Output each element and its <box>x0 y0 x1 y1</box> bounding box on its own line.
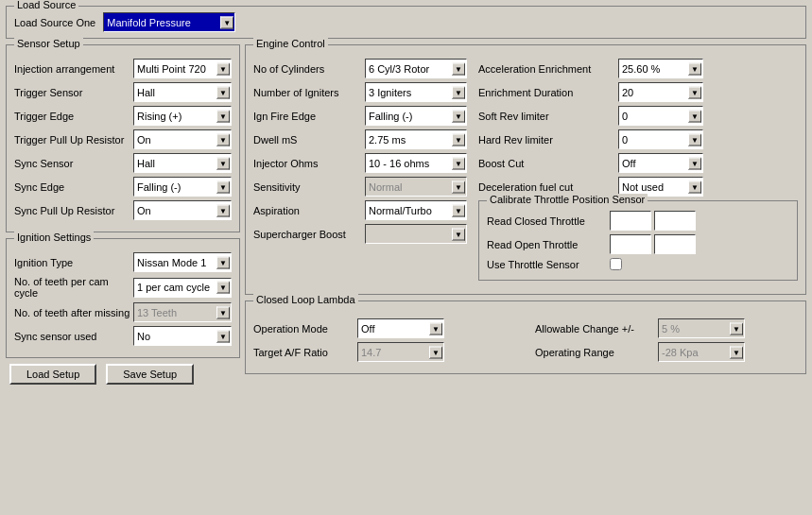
sync-edge-select[interactable]: Falling (-) <box>133 177 232 197</box>
ec-aspiration-row: Aspiration Normal/Turbo <box>253 200 471 220</box>
ignition-settings-title: Ignition Settings <box>14 232 94 243</box>
cl-op-range-label: Operating Range <box>535 347 658 358</box>
ec-igniters-select[interactable]: 3 Igniters <box>365 82 467 102</box>
ec-injector-select[interactable]: 10 - 16 ohms <box>365 153 467 173</box>
cl-op-mode-row: Operation Mode Off <box>253 318 516 338</box>
ec-sensitivity-row: Sensitivity Normal <box>253 177 471 197</box>
sync-sensor-used-select[interactable]: No <box>133 326 232 346</box>
ec-dwell-row: Dwell mS 2.75 ms <box>253 129 471 149</box>
ignition-type-label: Ignition Type <box>14 257 133 268</box>
cl-allowable-row: Allowable Change +/- 5 % <box>535 318 798 338</box>
load-setup-button[interactable]: Load Setup <box>9 364 96 385</box>
ec-ign-fire-select[interactable]: Falling (-) <box>365 106 467 126</box>
ec-decel-label: Deceleration fuel cut <box>478 181 618 193</box>
ec-sensitivity-select[interactable]: Normal <box>365 177 467 197</box>
trigger-sensor-label: Trigger Sensor <box>14 87 133 98</box>
ec-boost-cut-select[interactable]: Off <box>618 153 703 173</box>
throttle-open-label: Read Open Throttle <box>487 239 610 250</box>
ec-soft-rev-row: Soft Rev limiter 0 <box>478 106 798 126</box>
throttle-open-val2[interactable]: 226 <box>654 234 696 254</box>
cl-af-ratio-row: Target A/F Ratio 14.7 <box>253 342 516 362</box>
throttle-sensor-group: Calibrate Throttle Position Sensor Read … <box>478 200 798 281</box>
ec-boost-cut-row: Boost Cut Off <box>478 153 798 173</box>
ec-hard-rev-select[interactable]: 0 <box>618 129 703 149</box>
sync-sensor-used-label: Sync sensor used <box>14 331 133 342</box>
throttle-sensor-title: Calibrate Throttle Position Sensor <box>487 194 648 205</box>
throttle-open-val1[interactable]: 0 <box>610 234 651 254</box>
throttle-closed-row: Read Closed Throttle 0 226 <box>487 211 789 231</box>
sync-sensor-used-row: Sync sensor used No <box>14 326 232 346</box>
ec-soft-rev-select[interactable]: 0 <box>618 106 703 126</box>
ec-aspiration-select[interactable]: Normal/Turbo <box>365 200 467 220</box>
load-source-select[interactable]: Manifold Pressure <box>103 12 235 32</box>
ec-ign-fire-label: Ign Fire Edge <box>253 111 365 122</box>
teeth-per-cam-label: No. of teeth per cam cycle <box>14 276 133 299</box>
teeth-after-missing-select[interactable]: 13 Teeth <box>133 302 232 322</box>
ec-cylinders-label: No of Cylinders <box>253 63 365 75</box>
cl-op-mode-label: Operation Mode <box>253 323 357 335</box>
ec-igniters-label: Number of Igniters <box>253 87 365 98</box>
ec-cylinders-row: No of Cylinders 6 Cyl/3 Rotor <box>253 59 471 78</box>
sync-sensor-label: Sync Sensor <box>14 158 133 169</box>
ec-enrich-row: Enrichment Duration 20 <box>478 82 798 102</box>
sensor-row-trigger-edge: Trigger Edge Rising (+) <box>14 106 232 126</box>
sensor-row-trigger: Trigger Sensor Hall <box>14 82 232 102</box>
ec-igniters-row: Number of Igniters 3 Igniters <box>253 82 471 102</box>
engine-control-title: Engine Control <box>253 38 328 49</box>
trigger-edge-label: Trigger Edge <box>14 111 133 122</box>
throttle-closed-val2[interactable]: 226 <box>654 211 696 231</box>
cl-op-range-select[interactable]: -28 Kpa <box>658 342 745 362</box>
save-setup-button[interactable]: Save Setup <box>106 364 194 385</box>
sensor-setup-title: Sensor Setup <box>14 38 83 49</box>
use-throttle-row: Use Throttle Sensor <box>487 258 789 270</box>
ec-hard-rev-row: Hard Rev limiter 0 <box>478 129 798 149</box>
ec-supercharger-label: Supercharger Boost <box>253 229 365 240</box>
ec-hard-rev-label: Hard Rev limiter <box>478 134 618 146</box>
teeth-per-cam-select[interactable]: 1 per cam cycle <box>133 278 232 298</box>
ec-supercharger-select[interactable] <box>365 224 467 244</box>
ec-injector-label: Injector Ohms <box>253 158 365 169</box>
trigger-pullup-select[interactable]: On <box>133 129 232 149</box>
ec-accel-row: Acceleration Enrichment 25.60 % <box>478 59 798 78</box>
ec-injector-row: Injector Ohms 10 - 16 ohms <box>253 153 471 173</box>
sensor-row-sync-pullup: Sync Pull Up Resistor On <box>14 200 232 220</box>
injection-label: Injection arrangement <box>14 63 133 75</box>
ec-cylinders-select[interactable]: 6 Cyl/3 Rotor <box>365 59 467 78</box>
ec-aspiration-label: Aspiration <box>253 205 365 216</box>
ec-dwell-select[interactable]: 2.75 ms <box>365 129 467 149</box>
injection-select[interactable]: Multi Point 720 <box>133 59 232 78</box>
trigger-pullup-label: Trigger Pull Up Resistor <box>14 134 133 146</box>
throttle-closed-val1[interactable]: 0 <box>610 211 651 231</box>
use-throttle-label: Use Throttle Sensor <box>487 259 610 270</box>
ec-sensitivity-label: Sensitivity <box>253 181 365 193</box>
teeth-after-missing-label: No. of teeth after missing <box>14 307 133 318</box>
ec-enrich-label: Enrichment Duration <box>478 87 618 98</box>
sensor-row-injection: Injection arrangement Multi Point 720 <box>14 59 232 78</box>
sensor-row-sync-edge: Sync Edge Falling (-) <box>14 177 232 197</box>
cl-allowable-select[interactable]: 5 % <box>658 318 745 338</box>
cl-af-ratio-label: Target A/F Ratio <box>253 347 357 358</box>
load-source-label: Load Source One <box>14 17 95 28</box>
trigger-edge-select[interactable]: Rising (+) <box>133 106 232 126</box>
cl-af-ratio-select[interactable]: 14.7 <box>357 342 444 362</box>
load-source-select-wrapper: Manifold Pressure <box>103 12 235 32</box>
ec-accel-label: Acceleration Enrichment <box>478 63 618 75</box>
throttle-closed-label: Read Closed Throttle <box>487 215 610 227</box>
ignition-type-select[interactable]: Nissan Mode 1 <box>133 252 232 272</box>
sensor-row-trigger-pullup: Trigger Pull Up Resistor On <box>14 129 232 149</box>
use-throttle-checkbox[interactable] <box>610 258 622 270</box>
sensor-row-sync: Sync Sensor Hall <box>14 153 232 173</box>
ignition-type-row: Ignition Type Nissan Mode 1 <box>14 252 232 272</box>
teeth-after-missing-row: No. of teeth after missing 13 Teeth <box>14 302 232 322</box>
sync-sensor-select[interactable]: Hall <box>133 153 232 173</box>
load-source-title: Load Source <box>14 0 78 10</box>
ec-accel-select[interactable]: 25.60 % <box>618 59 703 78</box>
closed-loop-title: Closed Loop Lambda <box>253 294 358 305</box>
cl-op-mode-select[interactable]: Off <box>357 318 444 338</box>
teeth-per-cam-row: No. of teeth per cam cycle 1 per cam cyc… <box>14 276 232 299</box>
ec-enrich-select[interactable]: 20 <box>618 82 703 102</box>
sync-pullup-select[interactable]: On <box>133 200 232 220</box>
ignition-settings-group: Ignition Settings Ignition Type Nissan M… <box>6 238 240 358</box>
trigger-sensor-select[interactable]: Hall <box>133 82 232 102</box>
engine-control-group: Engine Control No of Cylinders 6 Cyl/3 R… <box>245 44 806 295</box>
